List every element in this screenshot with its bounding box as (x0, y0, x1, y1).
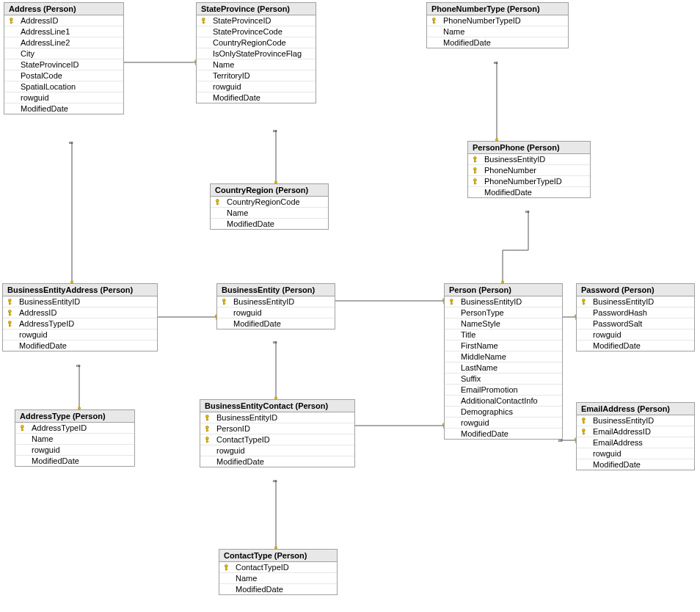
column-row[interactable]: ModifiedDate (200, 456, 354, 467)
column-row[interactable]: PasswordSalt (577, 318, 694, 329)
column-row[interactable]: Name (219, 573, 337, 584)
column-row[interactable]: CountryRegionCode (197, 37, 316, 48)
column-row[interactable]: PhoneNumberTypeID (468, 176, 590, 187)
column-row[interactable]: AddressTypeID (15, 423, 134, 434)
table-Address[interactable]: Address (Person)AddressIDAddressLine1Add… (4, 2, 124, 114)
column-row[interactable]: PersonID (200, 423, 354, 434)
table-Password[interactable]: Password (Person)BusinessEntityIDPasswor… (576, 283, 695, 351)
table-BusinessEntity[interactable]: BusinessEntity (Person)BusinessEntityIDr… (216, 283, 335, 329)
table-PhoneNumberType[interactable]: PhoneNumberType (Person)PhoneNumberTypeI… (426, 2, 569, 48)
column-row[interactable]: FirstName (445, 340, 562, 351)
column-row[interactable]: rowguid (577, 329, 694, 340)
column-row[interactable]: ModifiedDate (211, 219, 328, 229)
column-row[interactable]: NameStyle (445, 318, 562, 329)
table-Person[interactable]: Person (Person)BusinessEntityIDPersonTyp… (444, 283, 563, 440)
table-header[interactable]: EmailAddress (Person) (577, 403, 694, 415)
table-ContactType[interactable]: ContactType (Person)ContactTypeIDNameMod… (219, 549, 338, 595)
column-row[interactable]: ModifiedDate (445, 429, 562, 439)
column-row[interactable]: rowguid (445, 418, 562, 429)
column-row[interactable]: AddressTypeID (3, 318, 157, 329)
column-row[interactable]: ModifiedDate (577, 459, 694, 470)
key-placeholder (203, 457, 214, 466)
table-AddressType[interactable]: AddressType (Person)AddressTypeIDNamerow… (15, 409, 135, 467)
table-header[interactable]: CountryRegion (Person) (211, 184, 328, 197)
svg-rect-50 (207, 430, 209, 431)
column-row[interactable]: ContactTypeID (219, 562, 337, 573)
column-row[interactable]: SpatialLocation (4, 81, 123, 92)
table-PersonPhone[interactable]: PersonPhone (Person)BusinessEntityIDPhon… (467, 141, 591, 198)
column-row[interactable]: Demographics (445, 407, 562, 418)
column-row[interactable]: PostalCode (4, 70, 123, 81)
column-row[interactable]: ModifiedDate (219, 584, 337, 594)
table-BusinessEntityAddress[interactable]: BusinessEntityAddress (Person)BusinessEn… (2, 283, 158, 351)
column-row[interactable]: ModifiedDate (577, 340, 694, 351)
column-row[interactable]: EmailAddressID (577, 426, 694, 437)
column-row[interactable]: EmailAddress (577, 437, 694, 448)
table-header[interactable]: AddressType (Person) (15, 410, 134, 423)
column-row[interactable]: rowguid (197, 81, 316, 92)
column-row[interactable]: BusinessEntityID (577, 296, 694, 307)
column-row[interactable]: ModifiedDate (197, 92, 316, 103)
table-EmailAddress[interactable]: EmailAddress (Person)BusinessEntityIDEma… (576, 402, 695, 470)
column-row[interactable]: AdditionalContactInfo (445, 396, 562, 407)
column-row[interactable]: PersonType (445, 307, 562, 318)
table-header[interactable]: Address (Person) (4, 3, 123, 15)
column-row[interactable]: ModifiedDate (4, 103, 123, 114)
column-row[interactable]: CountryRegionCode (211, 197, 328, 208)
column-row[interactable]: BusinessEntityID (3, 296, 157, 307)
column-row[interactable]: rowguid (217, 307, 335, 318)
column-row[interactable]: AddressLine1 (4, 26, 123, 37)
column-row[interactable]: rowguid (4, 92, 123, 103)
column-row[interactable]: MiddleName (445, 351, 562, 363)
table-header[interactable]: PersonPhone (Person) (468, 142, 590, 154)
table-header[interactable]: StateProvince (Person) (197, 3, 316, 15)
column-row[interactable]: AddressID (4, 15, 123, 26)
table-header[interactable]: BusinessEntityContact (Person) (200, 400, 354, 412)
column-row[interactable]: Name (197, 59, 316, 70)
table-StateProvince[interactable]: StateProvince (Person)StateProvinceIDSta… (196, 2, 316, 103)
column-row[interactable]: StateProvinceID (197, 15, 316, 26)
column-row[interactable]: BusinessEntityID (577, 415, 694, 426)
column-row[interactable]: BusinessEntityID (445, 296, 562, 307)
column-row[interactable]: ModifiedDate (468, 187, 590, 197)
column-row[interactable]: BusinessEntityID (468, 154, 590, 165)
column-row[interactable]: AddressLine2 (4, 37, 123, 48)
table-header[interactable]: BusinessEntityAddress (Person) (3, 284, 157, 296)
column-row[interactable]: LastName (445, 363, 562, 374)
column-name: AdditionalContactInfo (461, 396, 538, 405)
table-header[interactable]: Person (Person) (445, 284, 562, 296)
column-row[interactable]: Title (445, 329, 562, 340)
column-row[interactable]: EmailPromotion (445, 385, 562, 396)
column-row[interactable]: Name (211, 208, 328, 219)
column-row[interactable]: PasswordHash (577, 307, 694, 318)
column-row[interactable]: BusinessEntityID (200, 412, 354, 423)
column-row[interactable]: Suffix (445, 374, 562, 385)
column-row[interactable]: ModifiedDate (3, 340, 157, 351)
table-header[interactable]: ContactType (Person) (219, 550, 337, 562)
table-BusinessEntityContact[interactable]: BusinessEntityContact (Person)BusinessEn… (200, 399, 355, 467)
column-row[interactable]: City (4, 48, 123, 59)
column-row[interactable]: AddressID (3, 307, 157, 318)
column-name: SpatialLocation (21, 82, 76, 91)
column-row[interactable]: TerritoryID (197, 70, 316, 81)
column-row[interactable]: ModifiedDate (15, 456, 134, 466)
column-row[interactable]: PhoneNumber (468, 165, 590, 176)
column-row[interactable]: Name (427, 26, 568, 37)
column-row[interactable]: rowguid (200, 445, 354, 456)
column-row[interactable]: rowguid (15, 445, 134, 456)
column-row[interactable]: BusinessEntityID (217, 296, 335, 307)
table-header[interactable]: BusinessEntity (Person) (217, 284, 335, 296)
table-header[interactable]: Password (Person) (577, 284, 694, 296)
column-row[interactable]: ModifiedDate (217, 318, 335, 329)
column-row[interactable]: rowguid (3, 329, 157, 340)
table-CountryRegion[interactable]: CountryRegion (Person)CountryRegionCodeN… (210, 183, 329, 230)
column-row[interactable]: ModifiedDate (427, 37, 568, 48)
column-row[interactable]: rowguid (577, 448, 694, 459)
column-row[interactable]: Name (15, 434, 134, 445)
table-header[interactable]: PhoneNumberType (Person) (427, 3, 568, 15)
column-row[interactable]: PhoneNumberTypeID (427, 15, 568, 26)
column-row[interactable]: StateProvinceCode (197, 26, 316, 37)
column-row[interactable]: IsOnlyStateProvinceFlag (197, 48, 316, 59)
column-row[interactable]: StateProvinceID (4, 59, 123, 70)
column-row[interactable]: ContactTypeID (200, 434, 354, 445)
